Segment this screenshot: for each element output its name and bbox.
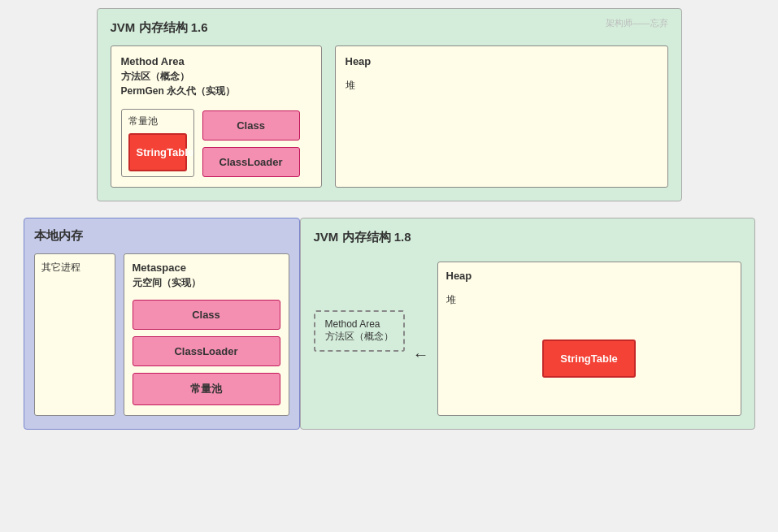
arrow-icon: ← xyxy=(413,345,429,364)
metaspace-constant-pool-box: 常量池 xyxy=(133,373,280,405)
local-memory-title: 本地内存 xyxy=(34,228,289,244)
jvm18-diagram: JVM 内存结构 1.8 Method Area 方法区（概念） ← Heap … xyxy=(300,218,755,430)
classloader-box: ClassLoader xyxy=(202,147,300,177)
method-area-box: Method Area 方法区（概念） PermGen 永久代（实现） 常量池 … xyxy=(111,45,322,188)
top-diagram-title: JVM 内存结构 1.6 xyxy=(111,20,668,36)
local-memory-inner: 其它进程 Metaspace 元空间（实现） Class ClassLoader… xyxy=(34,253,289,416)
method-area-title: Method Area 方法区（概念） PermGen 永久代（实现） xyxy=(121,54,311,99)
other-process-box: 其它进程 xyxy=(34,253,115,416)
metaspace-classloader-box: ClassLoader xyxy=(133,336,280,366)
heap18-string-table: StringTable xyxy=(542,340,636,378)
heap18-subtitle: 堆 xyxy=(446,293,732,307)
heap-title: Heap xyxy=(346,54,658,69)
heap18-title: Heap xyxy=(446,269,732,283)
constant-pool-label: 常量池 xyxy=(128,115,187,128)
other-process-label: 其它进程 xyxy=(41,262,80,273)
arrow-left: ← xyxy=(413,294,429,416)
bottom-section: 本地内存 其它进程 Metaspace 元空间（实现） Class ClassL… xyxy=(24,218,755,430)
heap-box: Heap 堆 xyxy=(335,45,668,188)
method-area-dashed: Method Area 方法区（概念） xyxy=(314,310,405,352)
jvm18-title: JVM 内存结构 1.8 xyxy=(314,230,741,245)
metaspace-title: Metaspace 元空间（实现） xyxy=(133,261,280,290)
method-area-dashed-subtitle: 方法区（概念） xyxy=(325,330,393,344)
class-loader-col: Class ClassLoader xyxy=(202,110,300,177)
metaspace-items: Class ClassLoader 常量池 xyxy=(133,300,280,405)
jvm18-inner: Method Area 方法区（概念） ← Heap 堆 StringTable xyxy=(314,262,741,416)
top-diagram-inner: Method Area 方法区（概念） PermGen 永久代（实现） 常量池 … xyxy=(111,45,668,188)
method-area-dashed-title: Method Area xyxy=(325,318,393,330)
constant-pool-box: 常量池 StringTable xyxy=(121,109,194,177)
page-container: 架构师——忘弃 JVM 内存结构 1.6 Method Area 方法区（概念）… xyxy=(8,8,770,430)
string-table-box: StringTable xyxy=(128,133,187,171)
metaspace-box: Metaspace 元空间（实现） Class ClassLoader 常量池 xyxy=(124,253,289,416)
heap18-box: Heap 堆 StringTable xyxy=(437,262,741,416)
top-diagram: 架构师——忘弃 JVM 内存结构 1.6 Method Area 方法区（概念）… xyxy=(97,8,682,201)
method-area-inner: 常量池 StringTable Class ClassLoader xyxy=(121,109,311,177)
metaspace-class-box: Class xyxy=(133,300,280,330)
heap-subtitle: 堆 xyxy=(346,79,658,93)
class-box: Class xyxy=(202,110,300,141)
watermark: 架构师——忘弃 xyxy=(606,17,668,29)
local-memory-box: 本地内存 其它进程 Metaspace 元空间（实现） Class ClassL… xyxy=(24,218,300,430)
